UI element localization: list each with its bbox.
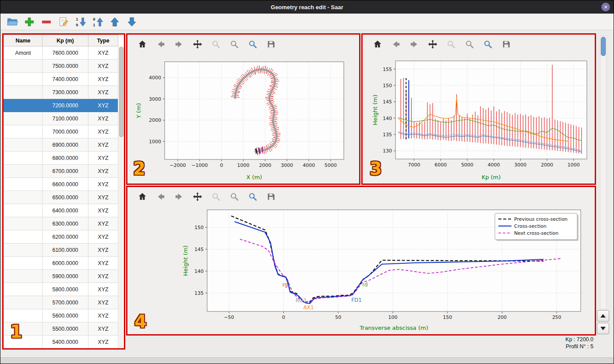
forward-button[interactable] [409, 39, 420, 49]
zoom-region-button[interactable] [483, 39, 493, 49]
svg-text:9: 9 [93, 17, 95, 21]
pan-button[interactable] [427, 39, 438, 49]
svg-text:4000: 4000 [149, 75, 161, 81]
add-cross-section-button[interactable] [23, 15, 36, 28]
table-scrollbar[interactable] [118, 46, 124, 348]
status-kp: Kp : 7200.0 [565, 336, 593, 343]
edit-cross-section-button[interactable] [57, 15, 70, 28]
table-row[interactable]: 6500.0000 XYZ [4, 191, 118, 204]
status-info: Kp : 7200.0 Profil N° : 5 [565, 336, 593, 350]
table-row[interactable]: 7000.0000 XYZ [4, 125, 118, 138]
table-row[interactable]: 6100.0000 XYZ [4, 244, 118, 257]
home-button[interactable] [137, 191, 148, 202]
table-row[interactable]: 6800.0000 XYZ [4, 152, 118, 165]
column-header-kp[interactable]: Kp (m) [42, 35, 88, 46]
zoom-info-button[interactable] [464, 39, 475, 49]
cell-name [4, 270, 42, 283]
zoom-region-button[interactable] [247, 191, 258, 202]
back-button[interactable] [391, 39, 401, 49]
table-row[interactable]: 7100.0000 XYZ [4, 112, 118, 125]
zoom-info-button[interactable] [229, 191, 240, 202]
cell-type: XYZ [88, 138, 118, 152]
forward-button[interactable] [174, 191, 184, 202]
back-button[interactable] [155, 191, 166, 202]
table-row[interactable]: 7400.0000 XYZ [4, 73, 118, 86]
table-row[interactable]: 5900.0000 XYZ [4, 270, 118, 283]
window-scrollbar[interactable] [600, 35, 607, 309]
cell-kp: 6700.0000 [42, 165, 88, 178]
plot-toolbar [127, 35, 359, 54]
plot-toolbar [363, 35, 595, 54]
zoom-button[interactable] [211, 39, 221, 49]
table-row[interactable]: 5600.0000 XYZ [4, 309, 118, 322]
arrow-down-icon [126, 16, 138, 28]
window-scrollbar-thumb[interactable] [601, 37, 606, 56]
table-row[interactable]: 6000.0000 XYZ [4, 257, 118, 270]
table-row[interactable]: 7200.0000 XYZ [4, 99, 118, 112]
svg-text:4000: 4000 [488, 162, 500, 168]
table-row[interactable]: 6900.0000 XYZ [4, 138, 118, 152]
table-row[interactable]: 7500.0000 XYZ [4, 60, 118, 73]
table-row[interactable]: 6600.0000 XYZ [4, 178, 118, 191]
table-row[interactable]: Amont 7600.0000 XYZ [4, 46, 118, 60]
column-header-type[interactable]: Type [88, 35, 118, 46]
table-header: Name Kp (m) Type [4, 35, 118, 46]
sort-ascending-button[interactable]: 19 [74, 15, 87, 28]
zoom-region-button[interactable] [247, 39, 258, 49]
long-profile-chart[interactable]: 7000600050004000300020001000130135140145… [363, 54, 595, 184]
cell-kp: 5800.0000 [42, 283, 88, 296]
save-button[interactable] [266, 191, 276, 202]
svg-text:1000: 1000 [237, 163, 250, 168]
cross-section-chart[interactable]: −50050100150200250135140145150rgrdRG1FD1… [127, 206, 595, 334]
table-row[interactable]: 6700.0000 XYZ [4, 165, 118, 178]
svg-text:140: 140 [194, 269, 204, 274]
magnifier-zoom-icon [248, 39, 258, 49]
cell-kp: 6000.0000 [42, 257, 88, 270]
cell-name [4, 309, 42, 322]
svg-text:RG1: RG1 [296, 297, 307, 304]
forward-button[interactable] [174, 39, 184, 49]
table-row[interactable]: 6200.0000 XYZ [4, 230, 118, 244]
svg-text:6000: 6000 [434, 162, 447, 168]
svg-text:FD1: FD1 [351, 297, 362, 303]
save-floppy-icon [266, 192, 276, 201]
cell-name [4, 296, 42, 309]
cell-type: XYZ [88, 257, 118, 270]
column-header-name[interactable]: Name [4, 35, 42, 46]
table-row[interactable]: 7300.0000 XYZ [4, 86, 118, 99]
save-button[interactable] [266, 39, 276, 49]
svg-text:130: 130 [383, 148, 392, 154]
move-down-button[interactable] [125, 15, 138, 28]
table-row[interactable]: 6400.0000 XYZ [4, 204, 118, 217]
table-row[interactable]: 5800.0000 XYZ [4, 283, 118, 296]
home-button[interactable] [372, 39, 383, 49]
zoom-button[interactable] [211, 191, 221, 202]
cell-type: XYZ [88, 283, 118, 296]
home-button[interactable] [137, 39, 148, 49]
scroll-up-button[interactable] [597, 310, 609, 322]
back-button[interactable] [155, 39, 166, 49]
magnifier-question-icon [465, 39, 474, 49]
svg-text:2000: 2000 [149, 117, 161, 123]
cell-type: XYZ [88, 73, 118, 86]
pan-button[interactable] [192, 39, 203, 49]
table-row[interactable]: 6300.0000 XYZ [4, 217, 118, 230]
plan-view-chart[interactable]: −2000−1000010002000300040005000100020003… [127, 54, 359, 184]
zoom-button[interactable] [446, 39, 456, 49]
move-up-button[interactable] [108, 15, 121, 28]
svg-text:1000: 1000 [568, 162, 580, 168]
svg-text:140: 140 [383, 116, 392, 121]
pan-button[interactable] [192, 191, 203, 202]
zoom-info-button[interactable] [229, 39, 240, 49]
sort-descending-button[interactable]: 91 [91, 15, 104, 28]
save-button[interactable] [501, 39, 512, 49]
svg-text:Kp (m): Kp (m) [482, 174, 501, 180]
open-button[interactable] [6, 15, 19, 28]
table-scrollbar-thumb[interactable] [119, 47, 124, 137]
table-row[interactable]: 5700.0000 XYZ [4, 296, 118, 309]
close-button[interactable]: ✕ [601, 3, 610, 11]
title-bar: Geometry reach edit - Saar ✕ [0, 0, 614, 14]
remove-cross-section-button[interactable] [40, 15, 53, 28]
scroll-down-button[interactable] [597, 323, 609, 334]
magnifier-question-icon [229, 39, 239, 49]
